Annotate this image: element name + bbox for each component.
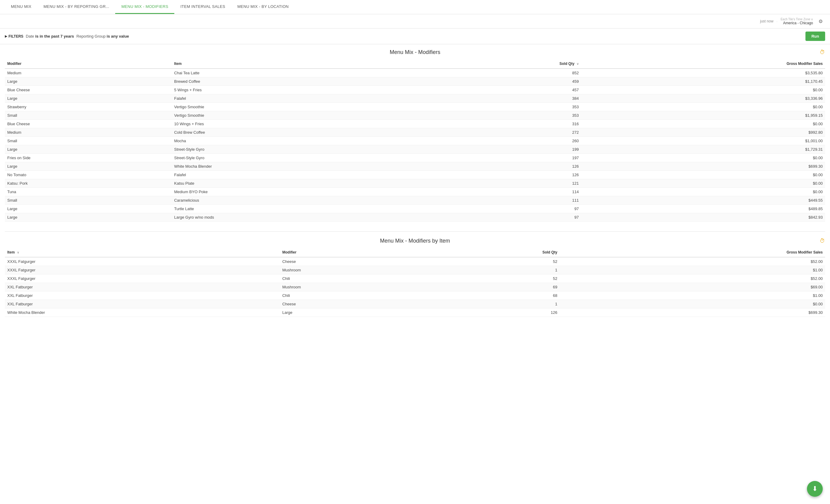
cell-sold-qty: 126: [438, 162, 581, 171]
cell-item2: XXXL Fatgurger: [5, 266, 280, 275]
section2-tbody: XXXL Fatgurger Cheese 52 $52.00 XXXL Fat…: [5, 257, 825, 317]
table-row: Blue Cheese 10 Wings + Fries 316 $0.00: [5, 120, 825, 128]
cell-modifier: Large: [5, 145, 171, 154]
cell-modifier2: Mushroom: [280, 266, 432, 275]
cell-gross-sales2: $699.30: [560, 308, 825, 317]
section-menu-mix-modifiers: Menu Mix - Modifiers ⏱ Modifier Item Sol…: [5, 49, 825, 222]
section2-clock-icon: ⏱: [820, 238, 825, 244]
section2-header-row: Item ∨ Modifier Sold Qty Gross Modifier …: [5, 248, 825, 257]
cell-sold-qty2: 69: [432, 283, 560, 291]
cell-gross-sales: $0.00: [581, 154, 825, 162]
section1-table: Modifier Item Sold Qty ∨ Gross Modifier …: [5, 59, 825, 222]
toolbar: just now · Each Tile's Time Zone ∨ Ameri…: [0, 14, 830, 29]
cell-modifier: Fries on Side: [5, 154, 171, 162]
cell-gross-sales: $0.00: [581, 120, 825, 128]
cell-gross-sales: $0.00: [581, 103, 825, 111]
cell-modifier2: Chili: [280, 291, 432, 300]
cell-item2: White Mocha Blender: [5, 308, 280, 317]
section1-thead: Modifier Item Sold Qty ∨ Gross Modifier …: [5, 59, 825, 68]
table-row: Large Large Gyro w/no mods 97 $842.93: [5, 213, 825, 222]
section1-tbody: Medium Chai Tea Latte 852 $3,535.80 Larg…: [5, 68, 825, 222]
cell-modifier: No Tomato: [5, 171, 171, 179]
filters-toggle[interactable]: ▶ FILTERS: [5, 34, 23, 38]
cell-sold-qty2: 1: [432, 266, 560, 275]
table-row: Medium Chai Tea Latte 852 $3,535.80: [5, 68, 825, 77]
cell-item: Vertigo Smoothie: [171, 103, 438, 111]
settings-button[interactable]: ⚙: [816, 17, 825, 26]
cell-modifier: Blue Cheese: [5, 120, 171, 128]
timezone-value: America - Chicago: [783, 21, 813, 25]
cell-gross-sales: $1,959.15: [581, 111, 825, 120]
cell-modifier: Large: [5, 213, 171, 222]
cell-modifier: Large: [5, 162, 171, 171]
cell-item2: XXXL Fatgurger: [5, 275, 280, 283]
filters-bar: ▶ FILTERS Date is in the past 7 years Re…: [0, 29, 830, 44]
cell-gross-sales: $992.80: [581, 128, 825, 137]
cell-sold-qty: 272: [438, 128, 581, 137]
cell-gross-sales: $489.85: [581, 205, 825, 213]
cell-sold-qty: 111: [438, 196, 581, 205]
col-item: Item: [171, 59, 438, 68]
col-sold-qty[interactable]: Sold Qty ∨: [438, 59, 581, 68]
cell-sold-qty2: 52: [432, 257, 560, 266]
table-row: Large White Mocha Blender 126 $699.30: [5, 162, 825, 171]
cell-item2: XXL Fatburger: [5, 300, 280, 308]
cell-item: Caramelicious: [171, 196, 438, 205]
cell-item: Chai Tea Latte: [171, 68, 438, 77]
run-button[interactable]: Run: [805, 32, 825, 41]
table-row: White Mocha Blender Large 126 $699.30: [5, 308, 825, 317]
table-row: Small Vertigo Smoothie 353 $1,959.15: [5, 111, 825, 120]
cell-gross-sales2: $52.00: [560, 257, 825, 266]
cell-modifier: Medium: [5, 68, 171, 77]
cell-gross-sales: $699.30: [581, 162, 825, 171]
cell-gross-sales: $3,336.96: [581, 94, 825, 103]
tab-menu-mix-modifiers[interactable]: MENU MIX - MODIFIERS: [115, 0, 174, 14]
cell-modifier: Blue Cheese: [5, 86, 171, 94]
cell-gross-sales: $3,535.80: [581, 68, 825, 77]
tab-menu-mix-reporting[interactable]: MENU MIX - BY REPORTING GR...: [37, 0, 115, 14]
cell-gross-sales: $0.00: [581, 188, 825, 196]
tab-item-interval-sales[interactable]: ITEM INTERVAL SALES: [174, 0, 231, 14]
cell-gross-sales2: $69.00: [560, 283, 825, 291]
cell-item: Katsu Plate: [171, 179, 438, 188]
col-sold-qty2: Sold Qty: [432, 248, 560, 257]
section1-title: Menu Mix - Modifiers: [389, 49, 440, 56]
cell-modifier: Large: [5, 205, 171, 213]
table-row: Large Brewed Coffee 459 $1,170.45: [5, 77, 825, 86]
cell-sold-qty: 353: [438, 103, 581, 111]
section2-header: Menu Mix - Modifiers by Item ⏱: [5, 238, 825, 244]
tab-menu-mix-location[interactable]: MENU MIX - BY LOCATION: [231, 0, 295, 14]
cell-item: Vertigo Smoothie: [171, 111, 438, 120]
cell-sold-qty: 97: [438, 213, 581, 222]
cell-gross-sales: $449.55: [581, 196, 825, 205]
cell-item2: XXXL Fatgurger: [5, 257, 280, 266]
sort-icon: ∨: [577, 62, 579, 65]
section1-header: Menu Mix - Modifiers ⏱: [5, 49, 825, 56]
cell-gross-sales: $1,001.00: [581, 137, 825, 145]
section-separator: [5, 231, 825, 232]
cell-modifier: Tuna: [5, 188, 171, 196]
cell-gross-sales: $1,170.45: [581, 77, 825, 86]
section1-clock-icon: ⏱: [820, 49, 825, 56]
timezone-selector[interactable]: Each Tile's Time Zone ∨ America - Chicag…: [780, 18, 813, 25]
cell-item: 10 Wings + Fries: [171, 120, 438, 128]
cell-item: Falafel: [171, 94, 438, 103]
cell-gross-sales2: $1.00: [560, 291, 825, 300]
cell-modifier: Katsu: Pork: [5, 179, 171, 188]
cell-gross-sales: $842.93: [581, 213, 825, 222]
cell-gross-sales: $0.00: [581, 86, 825, 94]
cell-item: Street-Style Gyro: [171, 154, 438, 162]
col-item2[interactable]: Item ∨: [5, 248, 280, 257]
table-row: XXXL Fatgurger Mushroom 1 $1.00: [5, 266, 825, 275]
cell-modifier2: Mushroom: [280, 283, 432, 291]
cell-item: Large Gyro w/no mods: [171, 213, 438, 222]
table-row: Katsu: Pork Katsu Plate 121 $0.00: [5, 179, 825, 188]
table-row: Large Turtle Latte 97 $489.85: [5, 205, 825, 213]
cell-sold-qty2: 68: [432, 291, 560, 300]
table-row: XXXL Fatgurger Chili 52 $52.00: [5, 275, 825, 283]
col-modifier: Modifier: [5, 59, 171, 68]
cell-modifier: Strawberry: [5, 103, 171, 111]
cell-modifier: Large: [5, 77, 171, 86]
cell-item: Cold Brew Coffee: [171, 128, 438, 137]
tab-menu-mix[interactable]: MENU MIX: [5, 0, 37, 14]
